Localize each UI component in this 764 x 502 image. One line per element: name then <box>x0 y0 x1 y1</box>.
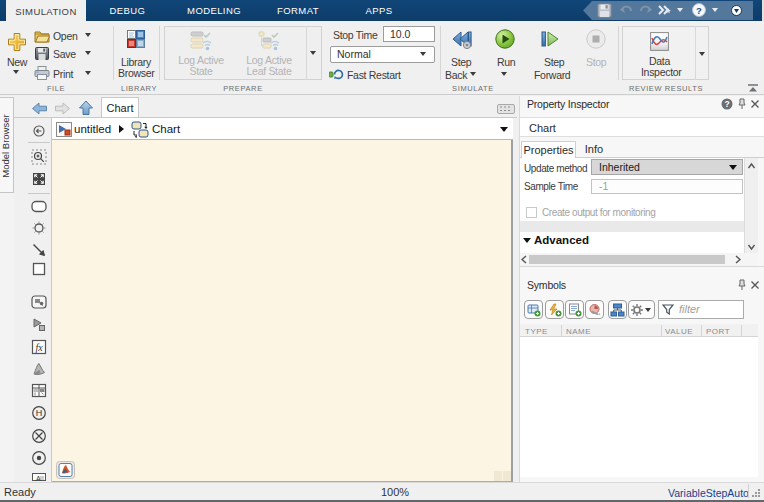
svg-text:H: H <box>36 408 43 418</box>
svg-text:A: A <box>36 475 41 482</box>
svg-text:?: ? <box>724 99 729 109</box>
svg-text:?: ? <box>696 5 702 16</box>
svg-text:fx: fx <box>35 342 43 353</box>
